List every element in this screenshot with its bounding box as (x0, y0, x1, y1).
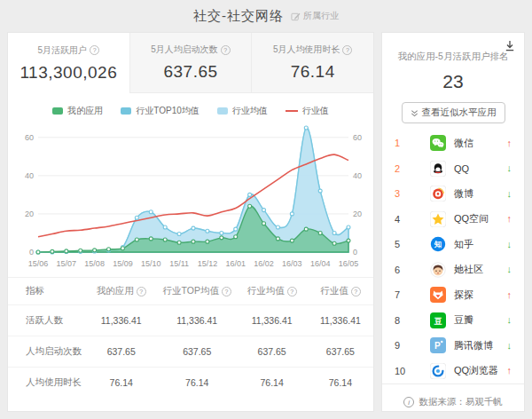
legend-item-3[interactable]: 行业值 (286, 105, 329, 117)
metric-value: 76.14 (158, 377, 237, 388)
trend-down-icon: ↓ (507, 341, 512, 351)
rank-item-1[interactable]: 1微信↑ (382, 130, 524, 156)
rank-item-3[interactable]: 3微博↓ (382, 181, 524, 207)
rank-number: 6 (395, 265, 407, 275)
app-name: 探探 (454, 289, 473, 302)
tantan-icon (430, 287, 446, 303)
table-header-label: 行业值 (320, 285, 348, 297)
industry-tag-label: 所属行业 (303, 10, 339, 22)
info-icon[interactable]: ? (137, 287, 146, 296)
stat-label: 5月人均启动次数 ? (151, 43, 231, 56)
download-icon[interactable] (505, 40, 515, 51)
stat-value: 76.14 (291, 62, 335, 82)
rank-number: 8 (395, 315, 407, 326)
info-icon: i (403, 397, 414, 407)
metric-value: 76.14 (308, 377, 373, 388)
trend-down-icon: ↓ (507, 163, 512, 173)
app-name: 微博 (454, 187, 473, 201)
table-row: 人均使用时长76.1476.1476.1476.14 (8, 367, 373, 398)
svg-text:豆: 豆 (434, 316, 442, 325)
tab-active-users[interactable]: 5月活跃用户 ? 113,300,026 (8, 33, 129, 93)
tab-avg-launches[interactable]: 5月人均启动次数 ? 637.65 (129, 33, 252, 92)
rank-item-5[interactable]: 5知知乎↓ (382, 232, 524, 257)
legend-label: 行业TOP10均值 (136, 105, 200, 117)
metric-label: 活跃人数 (8, 314, 85, 327)
her-community-icon (430, 262, 446, 278)
legend-item-0[interactable]: 我的应用 (52, 105, 103, 117)
rank-item-8[interactable]: 8豆豆瓣↓ (382, 308, 524, 334)
info-icon[interactable]: ? (287, 287, 297, 296)
legend-item-1[interactable]: 行业TOP10均值 (121, 105, 200, 117)
table-header-cell: 行业TOP均值? (158, 285, 237, 297)
ranking-panel: 我的应用-5月活跃用户排名 23 查看近似水平应用 1微信↑2QQ↓3微博↓4Q… (381, 32, 525, 412)
tab-avg-duration[interactable]: 5月人均使用时长 ? 76.14 (251, 33, 373, 92)
app-name: QQ (454, 163, 469, 174)
stat-value: 113,300,026 (20, 63, 117, 83)
rank-item-9[interactable]: 9P腾讯微博↓ (382, 333, 524, 359)
legend-swatch (217, 107, 228, 115)
wechat-icon (430, 135, 446, 151)
svg-text:60: 60 (25, 133, 34, 142)
app-name: QQ浏览器 (454, 364, 498, 377)
table-header-cell: 行业值? (308, 285, 373, 297)
table-header-cell: 指标 (8, 285, 85, 297)
legend-item-2[interactable]: 行业均值 (217, 105, 268, 117)
table-body: 活跃人数11,336.4111,336.4111,336.4111,336.41… (8, 304, 373, 398)
stat-label-text: 5月活跃用户 (38, 44, 88, 57)
legend-label: 行业值 (302, 105, 329, 117)
info-icon[interactable]: ? (351, 287, 361, 296)
rank-item-2[interactable]: 2QQ↓ (382, 156, 524, 182)
trend-chart[interactable]: 0020204040606015/0615/0715/0815/0915/101… (8, 117, 373, 273)
trend-down-icon: ↓ (507, 265, 512, 274)
qzone-icon (430, 211, 446, 227)
chart-legend: 我的应用行业TOP10均值行业均值行业值 (8, 105, 373, 117)
metrics-table: 指标我的应用?行业TOP均值?行业均值?行业值? 活跃人数11,336.4111… (8, 277, 373, 398)
svg-text:20: 20 (353, 210, 362, 218)
zhihu-icon: 知 (430, 236, 446, 252)
metric-value: 11,336.41 (236, 315, 307, 326)
rank-item-6[interactable]: 6她社区↓ (382, 257, 524, 283)
app-name: 微信 (454, 137, 473, 150)
svg-text:15/11: 15/11 (169, 259, 189, 268)
svg-text:16/02: 16/02 (254, 259, 274, 268)
trend-down-icon: ↓ (507, 189, 512, 199)
rank-number: 1 (395, 138, 407, 148)
metric-value: 11,336.41 (85, 315, 158, 326)
rank-item-10[interactable]: 10QQ浏览器↑ (382, 359, 524, 384)
app-name: 豆瓣 (454, 313, 473, 327)
metric-value: 76.14 (236, 377, 307, 388)
info-icon[interactable]: ? (90, 45, 99, 55)
industry-tag-link[interactable]: 所属行业 (291, 10, 339, 22)
table-header-label: 行业TOP均值 (162, 285, 218, 297)
metric-value: 637.65 (308, 346, 373, 357)
trend-down-icon: ↓ (507, 240, 512, 249)
trend-up-icon: ↑ (507, 138, 512, 148)
rank-item-4[interactable]: 4QQ空间↑ (382, 207, 524, 233)
svg-text:16/03: 16/03 (282, 259, 302, 268)
qq-icon (430, 161, 446, 177)
stat-value: 637.65 (163, 62, 217, 82)
info-icon[interactable]: ? (221, 45, 231, 55)
trend-up-icon: ↑ (507, 366, 512, 376)
table-header-label: 行业均值 (247, 285, 285, 297)
page-title: 社交-社交网络 (193, 8, 284, 25)
metrics-panel: 5月活跃用户 ? 113,300,026 5月人均启动次数 ? 637.65 5… (7, 32, 374, 412)
legend-swatch (121, 107, 131, 115)
svg-text:P: P (434, 341, 441, 351)
app-name: 她社区 (454, 263, 483, 276)
table-header-row: 指标我的应用?行业TOP均值?行业均值?行业值? (8, 278, 373, 304)
view-similar-apps-button[interactable]: 查看近似水平应用 (402, 102, 505, 123)
stat-label: 5月活跃用户 ? (38, 44, 100, 57)
app-name: QQ空间 (454, 212, 489, 225)
info-icon[interactable]: ? (222, 287, 231, 296)
metric-label: 人均使用时长 (8, 376, 85, 389)
info-icon[interactable]: ? (342, 45, 352, 55)
table-header-label: 指标 (26, 285, 44, 297)
rank-item-7[interactable]: 7探探↑ (382, 282, 524, 308)
metric-value: 11,336.41 (308, 315, 373, 326)
main-layout: 5月活跃用户 ? 113,300,026 5月人均启动次数 ? 637.65 5… (0, 32, 532, 412)
legend-label: 我的应用 (67, 105, 103, 117)
rank-number: 3 (395, 188, 407, 199)
rank-number: 9 (395, 340, 407, 351)
svg-text:0: 0 (29, 248, 34, 257)
